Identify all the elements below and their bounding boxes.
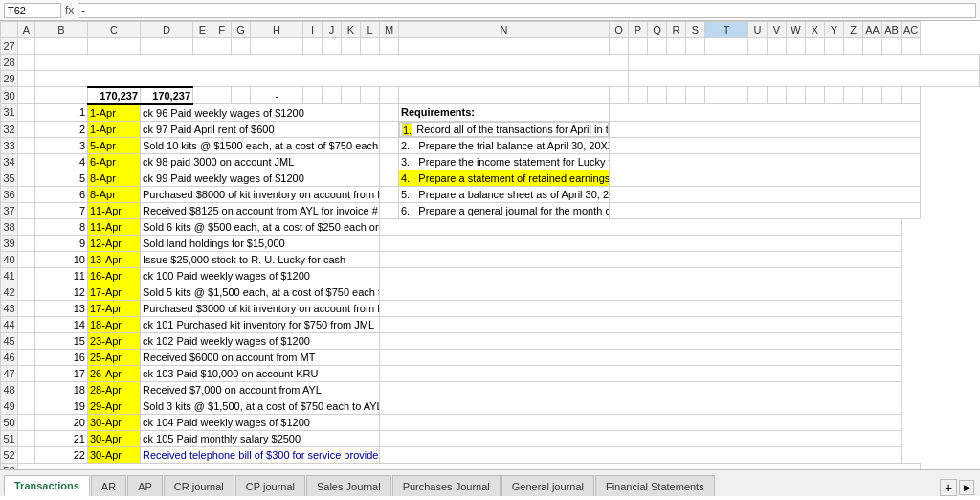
cell-F27[interactable] [212, 38, 232, 55]
cell-B30[interactable] [35, 87, 88, 104]
cell-rest42[interactable] [380, 284, 902, 300]
col-AA[interactable]: AA [863, 22, 882, 38]
cell-D42-wide[interactable]: Sold 5 kits @ $1,500 each, at a cost of … [141, 284, 380, 300]
cell-M34[interactable] [380, 153, 399, 170]
cell-D31-wide[interactable]: ck 96 Paid weekly wages of $1200 [141, 104, 380, 122]
cell-O27[interactable] [610, 38, 629, 55]
cell-B44[interactable]: 14 [35, 316, 88, 332]
cell-AA27[interactable] [863, 38, 882, 55]
cell-A48[interactable] [18, 381, 35, 398]
col-E[interactable]: E [193, 22, 212, 38]
tab-general-journal[interactable]: General journal [501, 475, 594, 496]
cell-C43[interactable]: 17-Apr [88, 300, 141, 316]
cell-V27[interactable] [768, 38, 787, 55]
cell-N35[interactable]: 4. Prepare a statement of retained earni… [399, 170, 610, 186]
cell-A42[interactable] [18, 284, 35, 300]
col-N[interactable]: N [399, 22, 610, 38]
cell-H27[interactable] [251, 38, 303, 55]
cell-B35[interactable]: 5 [35, 170, 88, 186]
cell-A39[interactable] [18, 235, 35, 251]
cell-K27[interactable] [342, 38, 361, 55]
cell-rest37[interactable] [610, 202, 921, 218]
cell-C46[interactable]: 25-Apr [88, 349, 141, 365]
cell-C51[interactable]: 30-Apr [88, 430, 141, 446]
cell-D30[interactable]: 170,237 [141, 87, 193, 104]
cell-B49[interactable]: 19 [35, 398, 88, 414]
cell-A33[interactable] [18, 137, 35, 153]
cell-rest34[interactable] [610, 153, 921, 170]
cell-J27[interactable] [323, 38, 342, 55]
cell-M32[interactable] [380, 121, 399, 137]
cell-C45[interactable]: 23-Apr [88, 332, 141, 349]
col-I[interactable]: I [303, 22, 323, 38]
cell-B51[interactable]: 21 [35, 430, 88, 446]
cell-C50[interactable]: 30-Apr [88, 414, 141, 430]
cell-D34-wide[interactable]: ck 98 paid 3000 on account JML [141, 153, 380, 170]
cell-E30[interactable] [193, 87, 212, 104]
cell-J30[interactable] [323, 87, 342, 104]
cell-53-wide[interactable] [18, 463, 921, 469]
cell-D48-wide[interactable]: Received $7,000 on account from AYL [141, 381, 380, 398]
cell-N36[interactable]: 5. Prepare a balance sheet as of April 3… [399, 186, 610, 202]
cell-D43-wide[interactable]: Purchased $3000 of kit inventory on acco… [141, 300, 380, 316]
col-A[interactable]: A [18, 22, 35, 38]
cell-B39[interactable]: 9 [35, 235, 88, 251]
cell-rest40[interactable] [380, 251, 902, 267]
cell-B31[interactable]: 1 [35, 104, 88, 122]
cell-D45-wide[interactable]: ck 102 Paid weekly wages of $1200 [141, 332, 380, 349]
cell-rest39[interactable] [380, 235, 902, 251]
cell-Y27[interactable] [825, 38, 844, 55]
tab-ar[interactable]: AR [91, 475, 126, 496]
cell-B33[interactable]: 3 [35, 137, 88, 153]
col-AC[interactable]: AC [902, 22, 921, 38]
cell-C35[interactable]: 8-Apr [88, 170, 141, 186]
col-Z[interactable]: Z [844, 22, 863, 38]
cell-rest46[interactable] [380, 349, 902, 365]
col-C[interactable]: C [88, 22, 141, 38]
cell-U30[interactable] [748, 87, 768, 104]
cell-A27[interactable] [18, 38, 35, 55]
cell-A49[interactable] [18, 398, 35, 414]
cell-X30[interactable] [806, 87, 825, 104]
col-F[interactable]: F [212, 22, 232, 38]
cell-D36-wide[interactable]: Purchased $8000 of kit inventory on acco… [141, 186, 380, 202]
col-Q[interactable]: Q [648, 22, 667, 38]
cell-M37[interactable] [380, 202, 399, 218]
cell-Y30[interactable] [825, 87, 844, 104]
col-W[interactable]: W [787, 22, 806, 38]
cell-A38[interactable] [18, 218, 35, 235]
col-M[interactable]: M [380, 22, 399, 38]
cell-B38[interactable]: 8 [35, 218, 88, 235]
cell-T27[interactable] [705, 38, 748, 55]
cell-C30[interactable]: 170,237 [88, 87, 141, 104]
cell-B37[interactable]: 7 [35, 202, 88, 218]
col-O[interactable]: O [610, 22, 629, 38]
cell-rest29[interactable] [629, 71, 980, 87]
cell-M36[interactable] [380, 186, 399, 202]
cell-rest41[interactable] [380, 267, 902, 284]
tab-financial-statements[interactable]: Financial Statements [595, 475, 715, 496]
cell-rest43[interactable] [380, 300, 902, 316]
cell-A43[interactable] [18, 300, 35, 316]
cell-Z27[interactable] [844, 38, 863, 55]
cell-B34[interactable]: 4 [35, 153, 88, 170]
col-U[interactable]: U [748, 22, 768, 38]
cell-S27[interactable] [686, 38, 705, 55]
cell-A35[interactable] [18, 170, 35, 186]
cell-A34[interactable] [18, 153, 35, 170]
cell-A44[interactable] [18, 316, 35, 332]
cell-rest36[interactable] [610, 186, 921, 202]
cell-R27[interactable] [667, 38, 686, 55]
cell-AB30[interactable] [882, 87, 902, 104]
cell-L30[interactable] [361, 87, 380, 104]
cell-C48[interactable]: 28-Apr [88, 381, 141, 398]
cell-rest33[interactable] [610, 137, 921, 153]
cell-rest35[interactable] [610, 170, 921, 186]
cell-B45[interactable]: 15 [35, 332, 88, 349]
cell-B41[interactable]: 11 [35, 267, 88, 284]
tab-ap[interactable]: AP [127, 475, 163, 496]
tab-cr-journal[interactable]: CR journal [164, 475, 234, 496]
cell-C36[interactable]: 8-Apr [88, 186, 141, 202]
cell-D27[interactable] [141, 38, 193, 55]
cell-B40[interactable]: 10 [35, 251, 88, 267]
